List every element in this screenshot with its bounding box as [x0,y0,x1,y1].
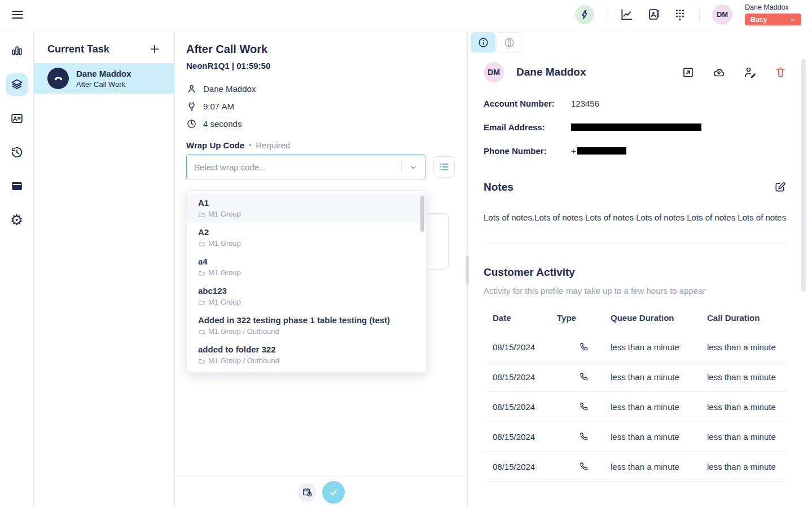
acw-footer [175,477,467,507]
customer-activity-title: Customer Activity [484,266,787,279]
wrap-code-option[interactable]: Added in 322 testing phase 1 table testi… [187,311,426,340]
column-call-duration: Call Duration [707,313,787,323]
clock-icon [186,118,197,129]
list-icon [438,161,450,173]
column-queue-duration: Queue Duration [611,313,707,323]
acw-title: After Call Work [186,43,456,56]
sidebar-item-contacts[interactable] [0,102,33,135]
plug-icon [186,101,197,112]
quick-actions-button[interactable] [575,5,594,24]
task-list-item[interactable]: Dane Maddox After Call Work [34,63,174,94]
current-task-panel: Current Task Dane Maddox After Call Work [34,29,175,507]
history-icon [10,146,24,159]
account-number-label: Account Number: [484,99,571,108]
chevron-down-icon [789,16,796,23]
sidebar-item-settings[interactable]: ⚙ [0,203,33,237]
activity-row[interactable]: 08/15/2024 less than a minute less than … [484,332,787,362]
email-label: Email Address: [484,122,571,132]
phone-icon [557,372,611,382]
meta-separator: | [232,61,234,70]
dropdown-scrollbar[interactable] [420,196,424,232]
profile-panel-scrollbar[interactable] [801,59,806,292]
schedule-callback-button[interactable] [297,483,317,502]
call-start-time: 9:07 AM [203,102,234,111]
topbar: DM Dane Maddox Busy [0,0,812,29]
layers-icon [10,78,24,91]
sidebar-item-workspace[interactable] [0,169,33,203]
gear-icon: ⚙ [10,213,23,227]
panel-resize-handle[interactable] [466,255,469,285]
activity-row[interactable]: 08/15/2024 less than a minute less than … [484,392,787,422]
acw-timer: 01:59:50 [236,61,270,70]
select-chevron-button[interactable] [402,162,425,172]
notes-title: Notes [484,181,513,193]
section-divider [484,243,787,244]
phone-redacted-value [577,147,626,155]
wrap-code-input[interactable] [187,155,401,179]
complete-task-button[interactable] [322,481,345,504]
person-edit-icon[interactable] [743,65,757,79]
status-label: Busy [750,16,767,24]
wrap-up-code-label: Wrap Up Code [186,140,244,150]
sidebar-item-dashboard[interactable] [0,34,33,68]
required-bullet: • [249,142,251,149]
wrap-code-option[interactable]: abc123 M1 Group [187,281,426,311]
wrap-code-dropdown: A1 M1 Group A2 M1 Group a4 M1 Group abc1… [186,190,427,373]
user-avatar[interactable]: DM [712,5,732,25]
folder-icon [198,358,205,365]
open-in-new-icon[interactable] [682,66,695,79]
sidebar: ⚙ [0,29,34,507]
account-number-value: 123456 [571,99,599,108]
phone-label: Phone Number: [484,146,571,156]
contact-name-heading: Dane Maddox [516,66,586,78]
sidebar-item-history[interactable] [0,135,33,169]
activity-row[interactable]: 08/15/2024 less than a minute less than … [484,362,787,392]
phone-icon [557,402,611,412]
wrap-code-select[interactable] [186,155,425,179]
after-call-work-panel: After Call Work NeonR1Q1 | 01:59:50 Dane… [175,29,467,507]
wrap-code-option[interactable]: A1 M1 Group [187,193,426,223]
tasks-panel-title: Current Task [47,43,109,55]
wrap-code-option[interactable]: A2 M1 Group [187,223,426,252]
add-task-button[interactable] [148,43,161,55]
customer-activity-subtitle: Activity for this profile may take up to… [484,286,787,296]
window-icon [10,179,24,193]
tab-contact-info[interactable] [471,32,495,52]
tab-apps[interactable] [497,32,521,52]
folder-icon [198,240,205,248]
person-icon [186,83,197,94]
task-state-label: After Call Work [76,80,131,89]
trash-icon[interactable] [774,66,787,78]
phone-prefix: + [571,146,576,156]
calendar-clock-icon [302,487,313,497]
required-label: Required [256,140,290,150]
menu-icon[interactable] [10,7,25,22]
user-initials: DM [717,10,728,19]
contact-name: Dane Maddox [203,84,256,94]
folder-icon [198,211,205,218]
customer-profile-panel: DM Dane Maddox Account Number: 123456 Em… [467,29,812,507]
split-circle-icon [503,37,515,49]
status-selector[interactable]: Busy [745,14,801,25]
contact-card-icon [10,112,24,125]
wrap-code-option[interactable]: a4 M1 Group [187,252,426,281]
line-chart-icon[interactable] [620,7,634,22]
info-icon [477,37,489,49]
notes-content: Lots of notes.Lots of notes Lots of note… [484,212,787,223]
activity-row[interactable]: 08/15/2024 less than a minute less than … [484,452,787,482]
call-duration: 4 seconds [203,119,242,129]
sidebar-item-tasks[interactable] [0,68,33,102]
folder-icon [198,270,205,277]
chevron-down-icon [409,162,418,172]
contacts-book-icon[interactable] [647,7,661,21]
wrap-code-option[interactable]: added to folder 322 M1 Group / Outbound [187,340,426,369]
browse-wrap-codes-button[interactable] [433,156,455,178]
phone-down-icon [53,73,64,84]
dialpad-icon[interactable] [673,8,687,21]
topbar-divider [607,7,607,22]
cloud-download-icon[interactable] [712,65,726,79]
lightning-icon [579,9,590,20]
bar-chart-icon [10,44,24,58]
edit-icon[interactable] [774,180,787,193]
activity-row[interactable]: 08/15/2024 less than a minute less than … [484,422,787,452]
